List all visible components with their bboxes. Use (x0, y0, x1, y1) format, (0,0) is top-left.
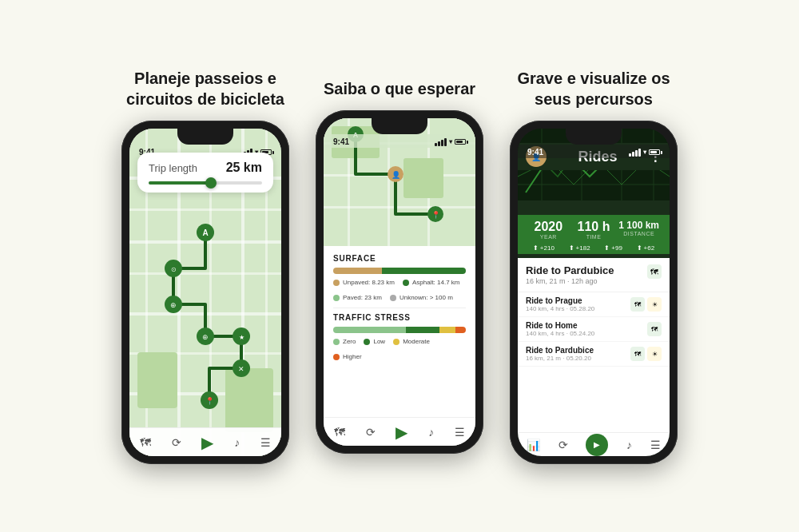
ride-item-icons-1: 🗺 (647, 322, 662, 336)
arrow-up-icon-3: ⬆ (604, 244, 610, 252)
trip-card: Trip length 25 km (137, 153, 273, 193)
ride-item-1[interactable]: Ride to Home 140 km, 4 hrs · 05.24.20 🗺 (518, 317, 670, 342)
stat-year: 2020 YEAR (526, 220, 571, 240)
legend-dot-low (364, 339, 370, 345)
sound-icon3[interactable]: ♪ (626, 439, 632, 451)
battery-icon3 (649, 149, 660, 155)
legend-low: Low (364, 338, 385, 345)
stat-distance-label: DISTANCE (616, 231, 662, 236)
map-icon-r1: 🗺 (647, 322, 662, 336)
svg-text:📍: 📍 (431, 210, 441, 220)
map-icon2[interactable]: 🗺 (334, 426, 345, 439)
stress-bar (333, 327, 466, 333)
stat-year-label: YEAR (526, 234, 571, 240)
svg-text:✕: ✕ (238, 365, 244, 373)
sound-icon[interactable]: ♪ (234, 436, 240, 449)
surface-bar-asphalt (382, 268, 466, 274)
stress-legend: Zero Low Moderate Higher (333, 338, 466, 360)
stat-icon-2: ⬆ +182 (569, 244, 590, 252)
legend-dot-paved (333, 295, 340, 301)
svg-text:📍: 📍 (205, 396, 215, 406)
legend-dot-asphalt (403, 280, 409, 286)
chart-icon[interactable]: 📊 (527, 439, 540, 451)
menu-icon[interactable]: ☰ (260, 436, 271, 449)
legend-dot-higher (333, 354, 340, 360)
play-icon2[interactable]: ▶ (396, 423, 407, 442)
stats-icons-row: ⬆ +210 ⬆ +182 ⬆ +99 ⬆ +62 (518, 242, 670, 254)
phone3-screen: 9:41 ▾ (518, 129, 670, 456)
slider-fill (149, 181, 211, 185)
slider-thumb[interactable] (205, 177, 217, 189)
phone2-shell: A 👤 📍 9:41 ▾ (316, 110, 483, 454)
divider (333, 308, 466, 308)
surface-section: SURFACE Unpaved: 8.23 km Asphalt: 14.7 k… (324, 246, 475, 375)
ride-item-title-1: Ride to Home (526, 321, 594, 330)
wifi-icon3: ▾ (643, 149, 646, 156)
wifi-icon2: ▾ (449, 138, 452, 145)
stat-icon-1: ⬆ +210 (533, 244, 555, 252)
phone2-screen: A 👤 📍 9:41 ▾ (324, 118, 475, 446)
legend-unpaved: Unpaved: 8.23 km (333, 279, 395, 286)
phone2-section: Saiba o que esperar (316, 78, 483, 454)
status-time3: 9:41 (527, 148, 543, 157)
route-icon3[interactable]: ⟳ (559, 439, 568, 451)
phone1-shell: A ⊕ ⊕ ★ ✕ 📍 ⊙ (121, 121, 289, 464)
svg-text:⊕: ⊕ (202, 333, 209, 341)
stress-bar-moderate (439, 327, 455, 333)
surface-legend: Unpaved: 8.23 km Asphalt: 14.7 km Paved:… (333, 279, 466, 301)
stat-distance-value: 1 100 km (616, 220, 662, 231)
notch3 (566, 129, 622, 145)
ride-item-0[interactable]: Ride to Prague 140 km, 4 hrs · 05.28.20 … (518, 292, 670, 317)
menu-icon3[interactable]: ☰ (650, 439, 661, 451)
phone3-shell: 9:41 ▾ (510, 121, 678, 464)
featured-ride-title: Ride to Pardubice (526, 264, 614, 276)
map-icon-r0: 🗺 (630, 297, 645, 312)
traffic-stress-title: TRAFFIC STRESS (333, 313, 466, 322)
svg-text:⊕: ⊕ (170, 301, 177, 309)
svg-rect-31 (324, 206, 475, 208)
stat-distance: 1 100 km DISTANCE (616, 220, 662, 240)
phone2-caption: Saiba o que esperar (324, 78, 475, 99)
phone1-section: Planeje passeios e circuitos de biciclet… (117, 68, 293, 464)
phone3-section: Grave e visualize os seus percursos (506, 68, 682, 464)
menu-icon2[interactable]: ☰ (455, 426, 465, 439)
stat-time-value: 110 h (571, 220, 617, 234)
sound-icon2[interactable]: ♪ (428, 426, 434, 439)
featured-ride-subtitle: 16 km, 21 m · 12h ago (526, 277, 614, 285)
status-icons2: ▾ (435, 138, 466, 146)
slider-track[interactable] (149, 181, 262, 185)
route-icon[interactable]: ⟳ (172, 436, 181, 449)
svg-text:A: A (202, 228, 208, 237)
stat-icon-value-4: +62 (644, 244, 655, 252)
stat-year-value: 2020 (526, 220, 571, 234)
stat-icon-value-2: +182 (576, 244, 590, 252)
ride-item-2[interactable]: Ride to Pardubice 16 km, 21 m · 05.20.20… (518, 342, 670, 367)
legend-unknown: Unknown: > 100 m (390, 294, 453, 301)
stats-bar: 2020 YEAR 110 h TIME 1 100 km DISTANCE (518, 215, 670, 244)
svg-rect-12 (137, 352, 177, 408)
phone1-caption: Planeje passeios e circuitos de biciclet… (117, 68, 293, 109)
map-icon[interactable]: 🗺 (140, 436, 151, 449)
sun-icon-r2: ☀ (647, 347, 662, 361)
stat-icon-value-1: +210 (540, 244, 555, 252)
featured-map-icon: 🗺 (647, 264, 662, 279)
battery-icon2 (455, 139, 466, 145)
featured-ride[interactable]: Ride to Pardubice 16 km, 21 m · 12h ago … (518, 258, 670, 292)
surface-title: SURFACE (333, 254, 466, 263)
surface-bar-unpaved (333, 268, 382, 274)
sun-icon-r0: ☀ (647, 297, 662, 312)
map-icon-r2: 🗺 (630, 347, 645, 361)
ride-item-title-0: Ride to Prague (526, 296, 594, 305)
ride-item-icons-2: 🗺 ☀ (630, 347, 662, 361)
status-bar3: 9:41 ▾ (518, 145, 670, 158)
play-icon[interactable]: ▶ (201, 433, 213, 452)
legend-dot-moderate (393, 339, 400, 345)
legend-dot-zero (333, 339, 340, 345)
legend-asphalt: Asphalt: 14.7 km (403, 279, 460, 286)
stat-icon-3: ⬆ +99 (604, 244, 622, 252)
play-button[interactable]: ▶ (586, 434, 608, 456)
phone2-bottom-bar: 🗺 ⟳ ▶ ♪ ☰ (324, 417, 475, 446)
legend-higher: Higher (333, 353, 362, 360)
stress-bar-zero (333, 327, 406, 333)
route-icon2[interactable]: ⟳ (366, 426, 376, 439)
